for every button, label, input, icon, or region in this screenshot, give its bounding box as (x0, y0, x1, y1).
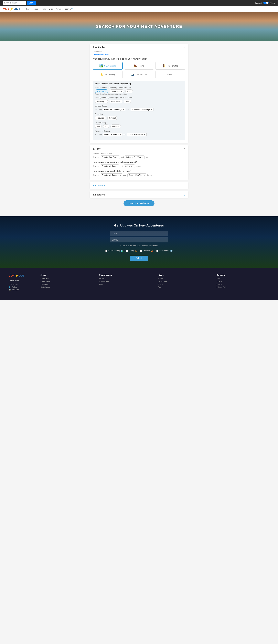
footer-link-cedar-reef[interactable]: Cedar Reef (40, 278, 93, 280)
ice-climbing-check-icon: 🧊 (170, 250, 173, 252)
activity-via-ferratas[interactable]: 🧗 Via Ferratas (155, 62, 185, 70)
range-hours-label: hours. (146, 156, 150, 158)
checkbox-hiking-input[interactable] (126, 250, 128, 252)
footer-link-zion-h[interactable]: Zion (158, 286, 211, 288)
canyon-both[interactable]: Both (124, 100, 131, 103)
footer-company-title: Company (217, 274, 269, 276)
checkbox-camping-label: Camping (143, 250, 150, 252)
checkbox-camping[interactable]: Camping ⛺ (140, 250, 153, 252)
footer-logo-col: VOY⚡OUT Follow us on f Facebook 🐦 Twitte… (9, 274, 35, 292)
activity-cenotes[interactable]: Cenotes (155, 71, 185, 78)
type-both[interactable]: Both (125, 90, 133, 93)
time-header[interactable]: 2. Time (90, 145, 188, 152)
footer-logo-slash: ⚡ (15, 274, 18, 277)
features-header[interactable]: 4. Features (90, 191, 188, 198)
approach-min-select[interactable]: Select a Min Time (101, 164, 119, 168)
exit-question: How long of a canyon Exit do you want? (93, 170, 185, 172)
exit-and-label: and (123, 174, 126, 176)
nav-shop[interactable]: Shop (49, 8, 53, 10)
activity-canyoneering[interactable]: 🏞️ Canyoneering (93, 62, 123, 70)
search-activities-button[interactable]: Search for Activities (123, 200, 155, 206)
approach-question: How long of a canyon Approach do you wan… (93, 161, 185, 163)
hero-section: SEARCH FOR YOUR NEXT ADVENTURE (0, 12, 278, 41)
activity-snowshoeing[interactable]: 🎿 Snowshoeing (124, 71, 154, 78)
footer-link-videos[interactable]: Videos (217, 280, 269, 282)
advanced-search-label: Advanced search (56, 8, 70, 10)
footer-link-cedar-mesa[interactable]: Cedar Mesa (40, 280, 93, 282)
footer-link-arches[interactable]: Arches (99, 278, 152, 280)
hero-title: SEARCH FOR YOUR NEXT ADVENTURE (96, 24, 182, 29)
footer-link-capitol-reef[interactable]: Capitol Reef (99, 280, 152, 282)
footer-link-north-wash[interactable]: North Wash (40, 286, 93, 288)
time-section: 2. Time Select a Range of Time Between S… (90, 145, 188, 180)
downclimbing-no[interactable]: No (103, 124, 109, 128)
footer-link-escalante[interactable]: Escalante (40, 283, 93, 285)
newsletter-email-input[interactable] (110, 237, 168, 242)
approach-max-select[interactable]: Select a (124, 164, 135, 168)
top-search-button[interactable]: Search (27, 1, 36, 5)
type-nontechnical[interactable]: Non-technical (110, 90, 124, 93)
checkbox-hiking[interactable]: Hiking 🥾 (126, 250, 137, 252)
location-title: 3. Location (93, 184, 105, 187)
activities-meta: Canyoneering (93, 51, 185, 53)
footer-link-about[interactable]: About (217, 278, 269, 280)
footer-social-twitter[interactable]: 🐦 Twitter (9, 286, 35, 288)
nav-canyoneering[interactable]: Canyoneering (26, 8, 38, 10)
newsletter-name-input[interactable] (110, 231, 168, 236)
downclimbing-optional[interactable]: Optional (110, 124, 121, 128)
checkbox-instructions: Select all of the adventures you are int… (3, 245, 275, 247)
footer-social-instagram[interactable]: 📷 Instagram (9, 289, 35, 291)
downclimbing-yes[interactable]: Yes (95, 124, 102, 128)
nav-hiking[interactable]: Hiking (41, 8, 46, 10)
search-icon: 🔍 (71, 8, 73, 10)
activity-label: Ice Climbing (105, 74, 115, 76)
range-start-select[interactable]: Select a Start Time (101, 156, 120, 159)
type-technical-label: Technical (99, 90, 106, 92)
keyword-search-input[interactable] (3, 1, 26, 5)
checkbox-ice-climbing-input[interactable] (156, 250, 158, 252)
activity-hiking[interactable]: 🥾 Hiking (124, 62, 154, 70)
newsletter-title: Get Updates On New Adventures (3, 224, 275, 227)
footer-canyoneering-title: Canyoneering (99, 274, 152, 276)
location-header[interactable]: 3. Location (90, 182, 188, 189)
range-row: Between Select a Start Time and Select a… (93, 156, 185, 159)
exit-min-select[interactable]: Select a Min Time and (101, 174, 122, 177)
stemming-required[interactable]: Required (95, 116, 106, 120)
footer-link-photos[interactable]: Photos (217, 283, 269, 285)
clear-activities-link[interactable]: Clear Activities Search (93, 53, 185, 55)
footer-social-facebook[interactable]: f Facebook (9, 283, 35, 285)
rappel-min-select[interactable]: Select Min Distance (ft) (103, 108, 125, 112)
footer-twitter-label: Twitter (12, 286, 17, 288)
type-technical[interactable]: Technical (95, 90, 108, 93)
checkbox-canyoneering[interactable]: Canyoneering 🏞️ (105, 250, 123, 252)
footer-link-zion[interactable]: Zion (99, 283, 152, 285)
checkbox-camping-input[interactable] (140, 250, 142, 252)
newsletter-submit-button[interactable]: Submit (130, 256, 148, 261)
activities-title: 1. Activities (93, 46, 105, 49)
activities-header[interactable]: 1. Activities (90, 44, 188, 51)
approach-and-label: and (120, 165, 123, 167)
downclimbing-no-label: No (105, 125, 107, 128)
range-end-select[interactable]: Select an End Time (125, 156, 145, 159)
activity-label: Hiking (139, 65, 144, 67)
checkbox-canyoneering-input[interactable] (105, 250, 107, 252)
rappels-max-select[interactable]: Select max number (127, 133, 147, 136)
checkbox-ice-climbing[interactable]: Ice Climbing 🧊 (156, 250, 173, 252)
canyon-dry[interactable]: Dry Canyon (109, 100, 122, 103)
exit-max-select[interactable]: Select a Max Time (127, 174, 146, 177)
footer-logo: VOY⚡OUT (9, 274, 35, 277)
footer-link-arches-h[interactable]: Arches (158, 278, 211, 280)
canyon-wet[interactable]: Wet canyon (95, 100, 108, 103)
stemming-optional[interactable]: Optional (107, 116, 118, 120)
footer-link-capitol-reef-h[interactable]: Capitol Reef (158, 280, 211, 282)
type-radio-group: Technical Non-technical Both (95, 90, 183, 93)
advanced-search-link[interactable]: Advanced search 🔍 (56, 8, 73, 10)
rappel-max-select[interactable]: Select Max Distance (ft) (131, 108, 153, 112)
rappels-min-select[interactable]: Select min number (103, 133, 122, 136)
approach-row: Between Select a Min Time and Select a h… (93, 164, 185, 168)
activity-ice-climbing[interactable]: 🪝 Ice Climbing (93, 71, 123, 78)
unit-toggle[interactable] (263, 2, 269, 4)
footer-link-privacy[interactable]: Privacy Policy (217, 286, 269, 288)
footer-link-roads[interactable]: Roads (158, 283, 211, 285)
activities-question: What activities would you like to be a p… (93, 58, 185, 60)
